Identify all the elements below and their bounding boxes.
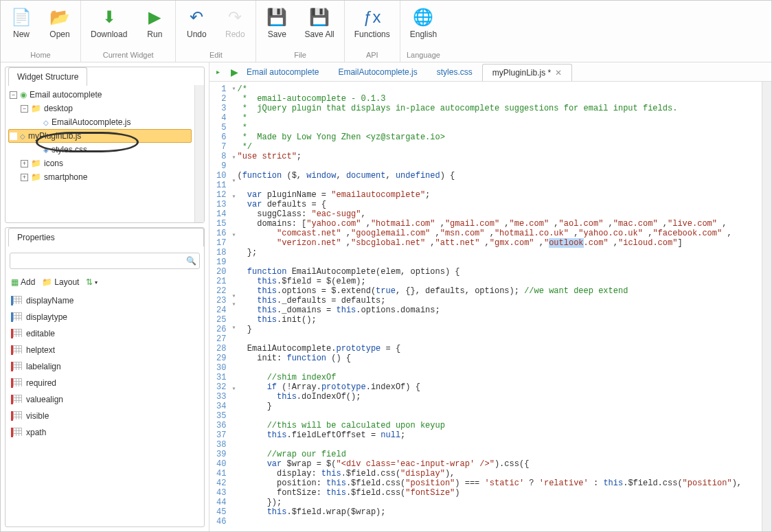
property-label: helptext	[26, 345, 55, 355]
property-search-input[interactable]	[13, 256, 186, 266]
toolbar-group-home: 📄New📂OpenHome	[1, 1, 81, 62]
widget-tree: − ◉ Email autocomplete −📁desktop◇EmailAu…	[8, 88, 192, 184]
folder-icon: 📁	[42, 277, 52, 287]
editor-tab-myPluginLib-js-[interactable]: myPluginLib.js *✕	[482, 64, 572, 81]
line-gutter: 1 2 3 4 5 6 7 8 9 10 11 12 13 14 15 16 1…	[209, 82, 230, 531]
layout-button[interactable]: 📁 Layout	[42, 277, 79, 287]
fold-column[interactable]: ▾ ▾ ▾ ▾ ▾ ▾ ▾ ▾ ▾	[230, 82, 237, 531]
toolbar-group-api: ƒxFunctionsAPI	[345, 1, 400, 62]
tree-item-label: myPluginLib.js	[28, 131, 81, 141]
tree-item-styles-css[interactable]: ◈styles.css	[8, 143, 192, 157]
toolbar-group-file: 💾Save💾Save AllFile	[256, 1, 344, 62]
tree-root[interactable]: − ◉ Email autocomplete	[8, 88, 192, 102]
tree-item-label: icons	[44, 159, 63, 168]
functions-button[interactable]: ƒxFunctions	[350, 3, 394, 42]
property-list: displayNamedisplaytypeeditablehelptextla…	[10, 292, 200, 441]
tab-label: EmailAutocomplete.js	[338, 67, 417, 77]
close-icon[interactable]: ✕	[555, 68, 562, 78]
tree-item-icons[interactable]: +📁icons	[8, 157, 192, 170]
group-label: Language	[407, 49, 440, 60]
property-search[interactable]: 🔍	[10, 253, 200, 269]
editor-tab-EmailAutocomplete-js[interactable]: EmailAutocomplete.js	[328, 64, 427, 80]
tree-item-smartphone[interactable]: +📁smartphone	[8, 170, 192, 184]
property-label: labelalign	[26, 362, 61, 371]
saveall-label: Save All	[304, 30, 334, 39]
tree-item-label: desktop	[44, 104, 73, 113]
tree-item-EmailAutocomplete-js[interactable]: ◇EmailAutocomplete.js	[8, 115, 192, 129]
run-label: Run	[147, 30, 162, 39]
tree-item-label: styles.css	[52, 145, 87, 154]
property-labelalign[interactable]: labelalign	[10, 358, 200, 375]
expand-icon[interactable]: −	[21, 105, 28, 113]
english-button[interactable]: 🌐English	[406, 3, 441, 42]
download-icon: ⬇	[98, 6, 120, 28]
folder-icon: 📁	[31, 159, 41, 168]
property-grid-icon	[13, 411, 22, 419]
property-visible[interactable]: visible	[10, 408, 200, 424]
editor-tab-styles-css[interactable]: styles.css	[427, 64, 482, 80]
open-label: Open	[49, 30, 69, 39]
property-xpath[interactable]: xpath	[10, 424, 200, 441]
property-displayName[interactable]: displayName	[10, 292, 200, 309]
open-icon: 📂	[49, 6, 71, 28]
editor-tabs: ▸ ▶Email autocompleteEmailAutocomplete.j…	[209, 62, 771, 82]
new-icon: 📄	[10, 6, 32, 28]
properties-panel: Properties 🔍 ▦ Add 📁 Layout ⇅ ▾ displayN…	[5, 227, 205, 527]
undo-button[interactable]: ↶Undo	[181, 3, 212, 42]
search-icon[interactable]: 🔍	[186, 256, 196, 266]
property-helptext[interactable]: helptext	[10, 342, 200, 358]
save-button[interactable]: 💾Save	[262, 3, 292, 42]
expand-icon[interactable]: +	[21, 174, 28, 181]
editor-scrollbar[interactable]	[762, 82, 771, 531]
property-label: xpath	[26, 428, 46, 437]
play-icon: ▶	[231, 67, 238, 78]
editor-panel: ▸ ▶Email autocompleteEmailAutocomplete.j…	[209, 62, 771, 531]
tree-item-label: smartphone	[44, 172, 87, 182]
tree-scrollbar[interactable]	[194, 85, 204, 222]
folder-icon: 📁	[31, 104, 41, 113]
new-label: New	[13, 30, 30, 39]
english-icon: 🌐	[412, 6, 434, 28]
sort-icon: ⇅	[86, 277, 93, 287]
widget-structure-tab[interactable]: Widget Structure	[8, 67, 87, 86]
toolbar-group-current-widget: ⬇Download▶RunCurrent Widget	[81, 1, 176, 62]
tab-label: myPluginLib.js *	[492, 68, 551, 78]
expand-icon[interactable]: +	[21, 160, 28, 167]
run-button[interactable]: ▶Run	[139, 3, 170, 42]
saveall-button[interactable]: 💾Save All	[300, 3, 338, 42]
property-grid-icon	[13, 329, 22, 337]
js-file-icon: ◇	[20, 132, 25, 140]
property-required[interactable]: required	[10, 375, 200, 391]
group-label: Edit	[209, 49, 223, 60]
functions-icon: ƒx	[361, 6, 383, 28]
add-property-button[interactable]: ▦ Add	[11, 277, 35, 287]
code-content[interactable]: /* * email-autocomplete - 0.1.3 * jQuery…	[237, 82, 742, 531]
tree-item-label: EmailAutocomplete.js	[52, 117, 130, 127]
collapse-icon[interactable]: −	[10, 91, 17, 99]
properties-tab[interactable]: Properties	[8, 228, 204, 246]
property-grid-icon	[13, 296, 22, 304]
property-grid-icon	[13, 362, 22, 370]
property-valuealign[interactable]: valuealign	[10, 391, 200, 408]
code-editor[interactable]: 1 2 3 4 5 6 7 8 9 10 11 12 13 14 15 16 1…	[209, 82, 771, 531]
new-button[interactable]: 📄New	[6, 3, 36, 42]
undo-label: Undo	[187, 30, 207, 39]
left-sidebar: Widget Structure − ◉ Email autocomplete …	[1, 62, 209, 531]
tab-arrow-icon[interactable]: ▸	[216, 68, 220, 76]
tab-label: styles.css	[437, 67, 473, 77]
english-label: English	[410, 30, 437, 39]
property-displaytype[interactable]: displaytype	[10, 309, 200, 325]
group-label: Current Widget	[103, 49, 154, 60]
editor-tab-Email-autocomplete[interactable]: ▶Email autocomplete	[221, 63, 328, 81]
tree-item-desktop[interactable]: −📁desktop	[8, 102, 192, 115]
undo-icon: ↶	[185, 6, 207, 28]
property-label: editable	[26, 329, 55, 338]
download-button[interactable]: ⬇Download	[87, 3, 131, 42]
sort-button[interactable]: ⇅ ▾	[86, 277, 98, 287]
tree-item-myPluginLib-js[interactable]: ◇myPluginLib.js	[8, 129, 192, 143]
functions-label: Functions	[354, 30, 390, 39]
open-button[interactable]: 📂Open	[45, 3, 75, 42]
plus-icon: ▦	[11, 277, 19, 287]
property-grid-icon	[13, 345, 22, 354]
property-editable[interactable]: editable	[10, 325, 200, 342]
